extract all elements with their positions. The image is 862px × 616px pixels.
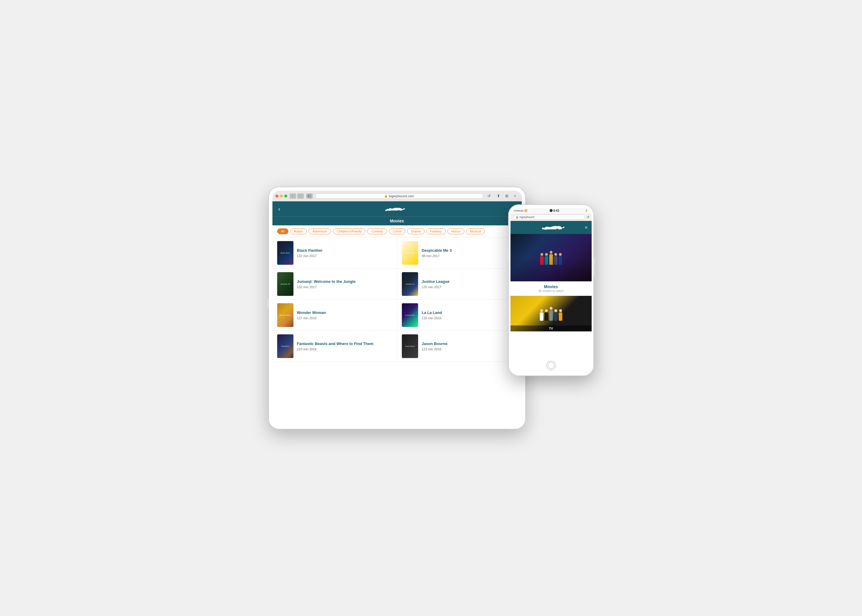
cast-figure-2 — [545, 309, 548, 321]
cast-figure-5 — [559, 309, 562, 321]
movie-item-justice-league[interactable]: Justice LeJustice League125 min 2017 — [397, 269, 522, 299]
phone-tv-image: TV — [510, 296, 592, 332]
movie-item-wonder-woman[interactable]: Wonder WomWonder Woman127 min 2016 — [272, 300, 397, 330]
movie-meta-la-la-land: 116 min 2016 — [422, 316, 442, 320]
wifi-icon: 📶 — [524, 209, 528, 212]
movie-title-jumanji: Jumanji: Welcome to the Jungle — [297, 279, 356, 284]
cast-head-1 — [540, 309, 543, 312]
carrier-text: GoMedia — [514, 209, 524, 212]
movie-item-despicable-me-3[interactable]: DespicableDespicable Me 398 min 2017 — [397, 237, 522, 268]
movie-item-la-la-land[interactable]: La La LandLa La Land116 min 2016 — [397, 300, 522, 330]
genre-pill-action[interactable]: Action — [290, 228, 307, 234]
phone-url-text: tvgreyhound — [520, 215, 534, 218]
tablet-device: ‹ › 🔒 tvgreyhound.com ↺ — [268, 187, 526, 429]
phone-movies-section-title[interactable]: Movies 30 movies to watch — [510, 281, 592, 296]
genre-pill-childrens[interactable]: Children's/Family — [333, 228, 366, 234]
phone-hero-banner[interactable] — [510, 234, 592, 281]
movie-row: Jumanji: WJumanji: Welcome to the Jungle… — [272, 269, 522, 300]
hero-head-5 — [559, 253, 562, 256]
genre-pill-crime[interactable]: Crime — [389, 228, 405, 234]
movie-info-la-la-land: La La Land116 min 2016 — [422, 310, 442, 320]
hero-figure-1 — [540, 253, 543, 265]
cast-body-5 — [559, 313, 562, 321]
hero-figure-3 — [549, 251, 553, 265]
hero-figure-2 — [545, 253, 548, 265]
hero-body-5 — [559, 256, 562, 265]
cast-figures — [540, 307, 562, 321]
minimize-button[interactable] — [280, 195, 283, 198]
new-tab-button[interactable]: ⊞ — [503, 193, 510, 199]
movie-poster-justice-league: Justice Le — [402, 272, 418, 296]
home-button-inner — [548, 362, 554, 369]
movie-poster-despicable-me-3: Despicable — [402, 241, 418, 265]
forward-nav-button[interactable]: › — [297, 193, 304, 199]
cast-head-4 — [554, 309, 557, 312]
genre-pill-all[interactable]: All — [277, 228, 289, 234]
sidebar-toggle-button[interactable] — [306, 193, 313, 199]
genre-pill-fantasy[interactable]: Fantasy — [426, 228, 446, 234]
phone-menu-button[interactable]: ≡ — [585, 225, 587, 230]
hero-head-3 — [550, 251, 553, 254]
genre-pill-comedy[interactable]: Comedy — [367, 228, 387, 234]
reload-button[interactable]: ↺ — [486, 193, 493, 199]
cast-figure-3 — [549, 307, 553, 321]
add-tab-button[interactable]: + — [512, 193, 519, 199]
movie-title-la-la-land: La La Land — [422, 310, 442, 316]
hero-figure-4 — [554, 253, 557, 265]
genre-pill-musical[interactable]: Musical — [466, 228, 485, 234]
cast-head-2 — [545, 309, 548, 312]
movie-info-black-panther: Black Panther132 min 2017 — [297, 248, 323, 258]
phone-tv-label: TV — [510, 325, 592, 332]
cast-figure-4 — [554, 309, 557, 321]
movie-poster-wonder-woman: Wonder Wom — [277, 303, 294, 327]
browser-actions: ⬆ ⊞ + — [495, 193, 519, 199]
svg-rect-1 — [309, 195, 311, 195]
movie-title-despicable-me-3: Despicable Me 3 — [422, 248, 452, 253]
movie-item-jason-bourne[interactable]: Jason BourJason Bourne123 min 2016 — [397, 331, 522, 361]
phone-camera — [550, 209, 553, 212]
cast-body-4 — [554, 313, 557, 321]
movie-item-fantastic-beasts[interactable]: Fantastic Fantastic Beasts and Where to … — [272, 331, 397, 361]
close-button[interactable] — [275, 195, 278, 198]
phone-screen: GoMedia 📶 9:43 🔋 🔒 tvgreyhound ↺ — [510, 208, 592, 372]
genre-filter: AllActionAdventureChildren's/FamilyComed… — [272, 225, 522, 237]
app-back-button[interactable]: ‹ — [278, 206, 280, 212]
phone-device: GoMedia 📶 9:43 🔋 🔒 tvgreyhound ↺ — [508, 204, 594, 376]
maximize-button[interactable] — [284, 195, 287, 198]
hero-figure-5 — [559, 253, 562, 265]
page-title: Movies — [390, 218, 404, 223]
share-button[interactable]: ⬆ — [495, 193, 502, 199]
traffic-lights — [275, 195, 287, 198]
ssl-icon: 🔒 — [384, 194, 388, 198]
movie-poster-black-panther: Black Pant — [277, 241, 294, 265]
home-button[interactable] — [546, 361, 556, 370]
movie-info-jumanji: Jumanji: Welcome to the Jungle132 min 20… — [297, 279, 356, 289]
url-text: tvgreyhound.com — [389, 194, 414, 198]
movie-poster-fantastic-beasts: Fantastic — [277, 334, 294, 358]
movie-title-jason-bourne: Jason Bourne — [422, 341, 447, 347]
phone-reload-button[interactable]: ↺ — [587, 215, 589, 219]
genre-pill-horror[interactable]: Horror — [447, 228, 464, 234]
movie-item-black-panther[interactable]: Black PantBlack Panther132 min 2017 — [272, 237, 397, 268]
address-bar[interactable]: 🔒 tvgreyhound.com — [315, 193, 483, 199]
back-nav-button[interactable]: ‹ — [290, 193, 296, 199]
svg-point-7 — [542, 228, 544, 229]
genre-pill-drama[interactable]: Drama — [407, 228, 425, 234]
movie-poster-jumanji: Jumanji: W — [277, 272, 294, 296]
movie-title-fantastic-beasts: Fantastic Beasts and Where to Find Them — [297, 341, 374, 347]
greyhound-logo — [383, 204, 410, 213]
phone-tv-section[interactable]: TV — [510, 296, 592, 358]
movie-row: Black PantBlack Panther132 min 2017Despi… — [272, 237, 522, 269]
movie-meta-wonder-woman: 127 min 2016 — [297, 316, 326, 320]
hero-head-1 — [540, 253, 543, 256]
cast-head-3 — [550, 307, 553, 310]
cast-figure-1 — [540, 309, 543, 321]
genre-pill-adventure[interactable]: Adventure — [309, 228, 331, 234]
phone-address-bar[interactable]: 🔒 tvgreyhound — [513, 215, 585, 220]
movie-title-wonder-woman: Wonder Woman — [297, 310, 326, 316]
tablet-screen: ‹ › 🔒 tvgreyhound.com ↺ — [272, 191, 522, 425]
movie-row: Fantastic Fantastic Beasts and Where to … — [272, 331, 522, 362]
movie-item-jumanji[interactable]: Jumanji: WJumanji: Welcome to the Jungle… — [272, 269, 397, 299]
movie-info-justice-league: Justice League125 min 2017 — [422, 279, 449, 289]
hero-head-4 — [554, 253, 557, 256]
